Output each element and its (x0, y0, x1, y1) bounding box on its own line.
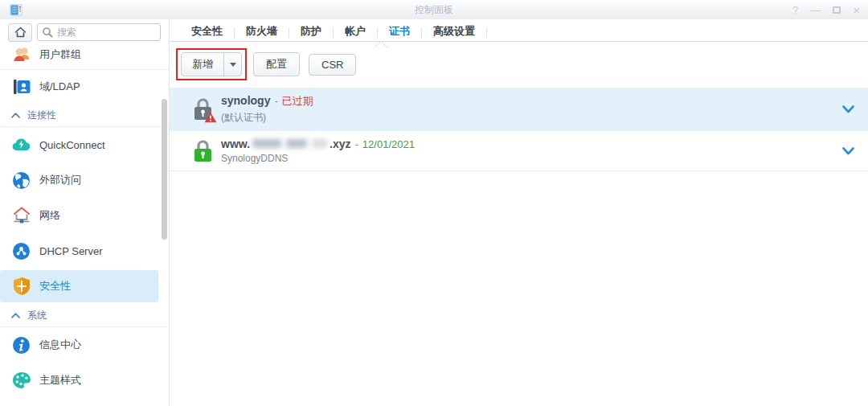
annotation-highlight-box: 新增 (176, 48, 247, 80)
certificate-description: (默认证书) (221, 111, 313, 125)
sidebar-list: 用户群组 域/LDAP (0, 45, 169, 406)
configure-button[interactable]: 配置 (253, 52, 300, 76)
chevron-up-icon (11, 313, 20, 318)
caret-down-icon (230, 63, 236, 67)
main-panel: 安全性 防火墙 防护 帐户 证书 高级设置 新增 (170, 19, 868, 406)
home-button[interactable] (8, 23, 32, 42)
minimize-button[interactable]: — (810, 5, 821, 15)
add-dropdown-button[interactable] (224, 53, 241, 76)
chevron-up-icon (11, 113, 20, 118)
users-icon (11, 45, 31, 65)
control-panel-window: 控制面板 ? — × (0, 0, 868, 406)
chevron-down-icon[interactable] (842, 147, 854, 155)
tab-protection[interactable]: 防护 (289, 23, 333, 42)
selected-tab-notch (373, 40, 389, 48)
domain-icon (11, 77, 31, 97)
sidebar: 用户群组 域/LDAP (0, 19, 170, 406)
certificate-toolbar: 新增 配置 CSR (170, 46, 868, 83)
warning-badge-icon (204, 112, 217, 123)
info-icon (11, 335, 31, 355)
maximize-button[interactable] (833, 6, 841, 14)
sidebar-item-domain-ldap[interactable]: 域/LDAP (0, 70, 169, 104)
tab-firewall[interactable]: 防火墙 (235, 23, 289, 42)
sidebar-item-user-group[interactable]: 用户群组 (0, 45, 169, 69)
dhcp-server-icon (11, 241, 31, 261)
sidebar-item-info-center[interactable]: 信息中心 (0, 327, 169, 363)
tab-bar: 安全性 防火墙 防护 帐户 证书 高级设置 (170, 23, 868, 42)
palette-icon (11, 371, 31, 391)
certificate-list: synology - 已过期 (默认证书) (170, 88, 868, 171)
network-house-icon (11, 206, 31, 226)
close-button[interactable]: × (853, 4, 860, 16)
redacted-domain (250, 138, 330, 150)
globe-icon (11, 170, 31, 191)
certificate-status-expired: 已过期 (282, 94, 313, 109)
sidebar-item-security[interactable]: 安全性 (0, 269, 169, 304)
sidebar-item-theme[interactable]: 主题样式 (0, 363, 169, 398)
certificate-name-prefix: www. (221, 137, 250, 150)
sidebar-item-dhcp-server[interactable]: DHCP Server (0, 233, 169, 269)
tab-security[interactable]: 安全性 (180, 23, 234, 42)
sidebar-item-external-access[interactable]: 外部访问 (0, 162, 169, 198)
search-input[interactable] (37, 23, 161, 41)
search-icon (42, 27, 53, 38)
sidebar-item-quickconnect[interactable]: QuickConnect (0, 127, 169, 162)
tab-separator (486, 27, 487, 38)
chevron-down-icon[interactable] (842, 105, 854, 113)
home-icon (14, 27, 27, 38)
quickconnect-icon (11, 135, 31, 155)
lock-valid-icon (193, 139, 213, 163)
add-button[interactable]: 新增 (182, 53, 224, 76)
certificate-row-ddns[interactable]: www..xyz - 12/01/2021 SynologyDDNS (170, 131, 868, 171)
sidebar-scrollbar-thumb[interactable] (162, 99, 167, 240)
titlebar: 控制面板 ? — × (0, 0, 868, 19)
certificate-description: SynologyDDNS (221, 153, 415, 164)
certificate-valid-until: 12/01/2021 (362, 138, 415, 150)
security-shield-icon (11, 277, 31, 297)
add-split-button[interactable]: 新增 (181, 52, 242, 76)
tab-advanced[interactable]: 高级设置 (422, 23, 486, 42)
certificate-name: synology (221, 94, 270, 107)
window-title: 控制面板 (0, 3, 868, 17)
certificate-name-suffix: .xyz (330, 137, 350, 150)
sidebar-section-connectivity[interactable]: 连接性 (0, 104, 169, 126)
certificate-row-synology[interactable]: synology - 已过期 (默认证书) (170, 88, 868, 131)
help-button[interactable]: ? (792, 5, 798, 15)
sidebar-item-network[interactable]: 网络 (0, 198, 169, 233)
tab-account[interactable]: 帐户 (334, 23, 377, 42)
csr-button[interactable]: CSR (309, 54, 356, 76)
sidebar-section-system[interactable]: 系统 (0, 304, 169, 326)
tab-certificate[interactable]: 证书 (378, 23, 421, 42)
